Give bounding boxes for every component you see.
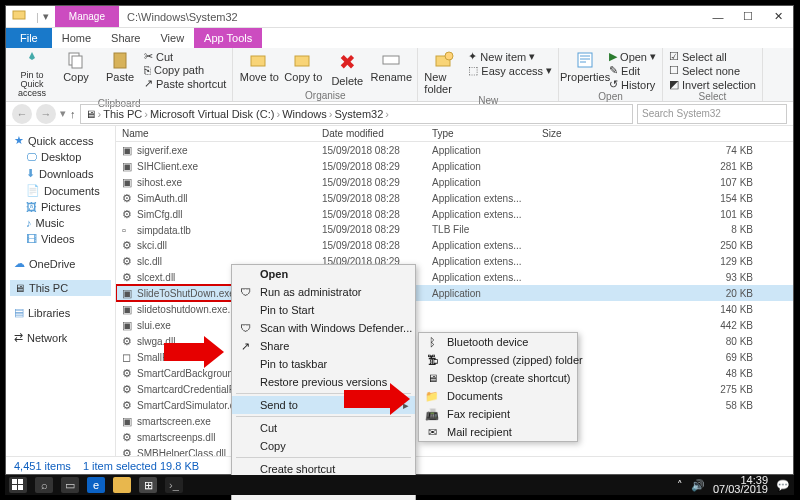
taskbar-search[interactable]: ⌕ bbox=[35, 477, 53, 493]
nav-videos[interactable]: 🎞Videos bbox=[10, 231, 111, 247]
navigation-pane: ★Quick access 🖵Desktop⬇Downloads📄Documen… bbox=[6, 126, 116, 456]
select-all-button[interactable]: ☑Select all bbox=[669, 50, 756, 63]
table-row[interactable]: ⚙slc.dll15/09/2018 08:29Application exte… bbox=[116, 253, 793, 269]
table-row[interactable]: ▣sihost.exe15/09/2018 08:29Application10… bbox=[116, 174, 793, 190]
table-row[interactable]: ⚙SMBHelperClass.dll bbox=[116, 445, 793, 456]
svg-rect-3 bbox=[114, 53, 126, 68]
taskbar-taskview[interactable]: ▭ bbox=[61, 477, 79, 493]
cut-button[interactable]: ✂Cut bbox=[144, 50, 226, 63]
delete-button[interactable]: ✖Delete bbox=[327, 50, 367, 90]
open-button[interactable]: ▶Open ▾ bbox=[609, 50, 656, 63]
nav-documents[interactable]: 📄Documents bbox=[10, 182, 111, 199]
ctx-share[interactable]: ↗Share bbox=[232, 337, 415, 355]
search-input[interactable]: Search System32 bbox=[637, 104, 787, 124]
paste-button[interactable]: Paste bbox=[100, 50, 140, 98]
ctx-open[interactable]: Open bbox=[232, 265, 415, 283]
breadcrumb[interactable]: 🖥› This PC› Microsoft Virtual Disk (C:)›… bbox=[80, 104, 634, 124]
taskbar[interactable]: ⌕ ▭ e ⊞ ›_ ˄ 🔊 14:3907/03/2019 💬 bbox=[5, 475, 794, 495]
nav-desktop[interactable]: 🖵Desktop bbox=[10, 149, 111, 165]
tab-home[interactable]: Home bbox=[52, 28, 101, 48]
invert-selection-button[interactable]: ◩Invert selection bbox=[669, 78, 756, 91]
qat-dropdown-icon[interactable]: ▾ bbox=[43, 10, 49, 23]
back-button[interactable]: ← bbox=[12, 104, 32, 124]
copy-button[interactable]: Copy bbox=[56, 50, 96, 98]
tray-sound-icon[interactable]: 🔊 bbox=[691, 479, 705, 492]
col-name[interactable]: Name bbox=[116, 126, 316, 142]
ctx-pin-to-taskbar[interactable]: Pin to taskbar bbox=[232, 355, 415, 373]
properties-button[interactable]: Properties bbox=[565, 50, 605, 91]
ctx-rename[interactable]: Rename bbox=[232, 496, 415, 500]
ctx-run-as-administrator[interactable]: 🛡Run as administrator bbox=[232, 283, 415, 301]
taskbar-clock[interactable]: 14:3907/03/2019 bbox=[713, 476, 768, 494]
table-row[interactable]: ⚙slcext.dll15/09/2018 08:29Application e… bbox=[116, 269, 793, 285]
table-row[interactable]: ▣slidetoshutdown.exe.mui140 KB bbox=[116, 301, 793, 317]
bt-icon: ᛒ bbox=[425, 336, 439, 348]
table-row[interactable]: ⚙skci.dll15/09/2018 08:28Application ext… bbox=[116, 237, 793, 253]
nav-onedrive[interactable]: ☁OneDrive bbox=[10, 255, 111, 272]
fax-icon: 📠 bbox=[425, 408, 439, 421]
ctx-cut[interactable]: Cut bbox=[232, 419, 415, 437]
tab-view[interactable]: View bbox=[150, 28, 194, 48]
maximize-button[interactable]: ☐ bbox=[733, 6, 763, 27]
new-folder-button[interactable]: New folder bbox=[424, 50, 464, 95]
nav-pictures[interactable]: 🖼Pictures bbox=[10, 199, 111, 215]
history-button[interactable]: ↺History bbox=[609, 78, 656, 91]
sendto-zip[interactable]: 🗜Compressed (zipped) folder bbox=[419, 351, 577, 369]
rename-icon bbox=[381, 50, 401, 70]
sendto-doc[interactable]: 📁Documents bbox=[419, 387, 577, 405]
table-row[interactable]: ▣slui.exe442 KB bbox=[116, 317, 793, 333]
tab-app-tools[interactable]: App Tools bbox=[194, 28, 262, 48]
ctx-copy[interactable]: Copy bbox=[232, 437, 415, 455]
minimize-button[interactable]: — bbox=[703, 6, 733, 27]
easy-access-button[interactable]: ⬚Easy access ▾ bbox=[468, 64, 552, 77]
pin-quick-access-button[interactable]: Pin to Quick access bbox=[12, 50, 52, 98]
sendto-fax[interactable]: 📠Fax recipient bbox=[419, 405, 577, 423]
up-button[interactable]: ↑ bbox=[70, 108, 76, 120]
nav-downloads[interactable]: ⬇Downloads bbox=[10, 165, 111, 182]
sendto-submenu[interactable]: ᛒBluetooth device🗜Compressed (zipped) fo… bbox=[418, 332, 578, 442]
nav-network[interactable]: ⇄Network bbox=[10, 329, 111, 346]
tray-up-icon[interactable]: ˄ bbox=[677, 479, 683, 492]
tab-share[interactable]: Share bbox=[101, 28, 150, 48]
table-row[interactable]: ▣sigverif.exe15/09/2018 08:28Application… bbox=[116, 142, 793, 159]
recent-dropdown-icon[interactable]: ▾ bbox=[60, 107, 66, 120]
select-none-button[interactable]: ☐Select none bbox=[669, 64, 756, 77]
history-icon: ↺ bbox=[609, 78, 618, 91]
table-row[interactable]: ▣SIHClient.exe15/09/2018 08:29Applicatio… bbox=[116, 158, 793, 174]
new-item-button[interactable]: ✦New item ▾ bbox=[468, 50, 552, 63]
table-row[interactable]: ▫simpdata.tlb15/09/2018 08:29TLB File8 K… bbox=[116, 222, 793, 237]
paste-shortcut-button[interactable]: ↗Paste shortcut bbox=[144, 77, 226, 90]
nav-music[interactable]: ♪Music bbox=[10, 215, 111, 231]
taskbar-cmd[interactable]: ›_ bbox=[165, 477, 183, 493]
start-button[interactable] bbox=[9, 477, 27, 493]
sendto-bt[interactable]: ᛒBluetooth device bbox=[419, 333, 577, 351]
ctx-pin-to-start[interactable]: Pin to Start bbox=[232, 301, 415, 319]
edit-button[interactable]: ✎Edit bbox=[609, 64, 656, 77]
copy-to-button[interactable]: Copy to bbox=[283, 50, 323, 90]
path-icon: ⎘ bbox=[144, 64, 151, 76]
close-button[interactable]: ✕ bbox=[763, 6, 793, 27]
manage-contextual-tab[interactable]: Manage bbox=[55, 6, 119, 27]
sendto-mail[interactable]: ✉Mail recipient bbox=[419, 423, 577, 441]
col-size[interactable]: Size bbox=[536, 126, 793, 142]
table-row[interactable]: ⚙SimCfg.dll15/09/2018 08:28Application e… bbox=[116, 206, 793, 222]
taskbar-explorer[interactable] bbox=[113, 477, 131, 493]
table-row[interactable]: ⚙SimAuth.dll15/09/2018 08:28Application … bbox=[116, 190, 793, 206]
context-menu[interactable]: Open🛡Run as administratorPin to Start🛡Sc… bbox=[231, 264, 416, 500]
move-to-button[interactable]: Move to bbox=[239, 50, 279, 90]
col-type[interactable]: Type bbox=[426, 126, 536, 142]
ctx-scan-with-windows-defender-[interactable]: 🛡Scan with Windows Defender... bbox=[232, 319, 415, 337]
taskbar-edge[interactable]: e bbox=[87, 477, 105, 493]
copy-path-button[interactable]: ⎘Copy path bbox=[144, 64, 226, 76]
rename-button[interactable]: Rename bbox=[371, 50, 411, 90]
table-row[interactable]: ▣SlideToShutDown.exe15/09/2018 08:29Appl… bbox=[116, 285, 793, 301]
taskbar-store[interactable]: ⊞ bbox=[139, 477, 157, 493]
nav-this-pc[interactable]: 🖥This PC bbox=[10, 280, 111, 296]
nav-libraries[interactable]: ▤Libraries bbox=[10, 304, 111, 321]
forward-button[interactable]: → bbox=[36, 104, 56, 124]
tab-file[interactable]: File bbox=[6, 28, 52, 48]
col-date[interactable]: Date modified bbox=[316, 126, 426, 142]
notifications-icon[interactable]: 💬 bbox=[776, 479, 790, 492]
nav-quick-access[interactable]: ★Quick access bbox=[10, 132, 111, 149]
sendto-desk[interactable]: 🖥Desktop (create shortcut) bbox=[419, 369, 577, 387]
